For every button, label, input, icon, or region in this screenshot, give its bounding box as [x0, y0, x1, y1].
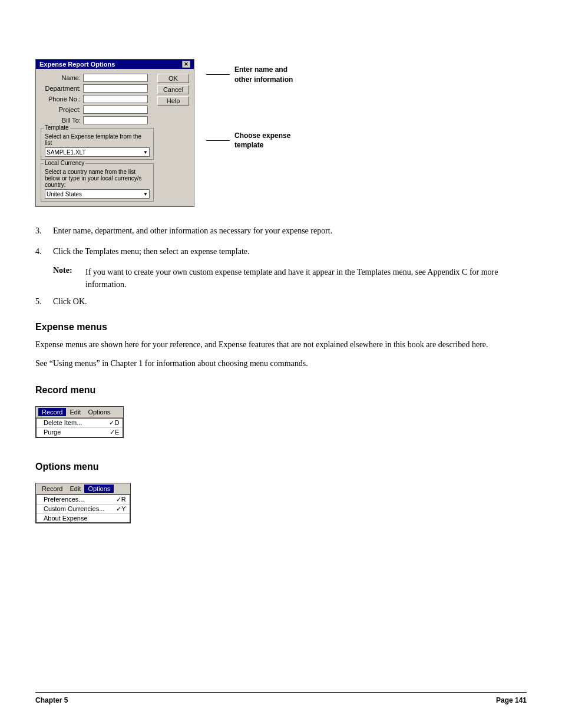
record-menu-bar-edit: Edit [66, 408, 84, 416]
expense-menus-para1: Expense menus are shown here for your re… [35, 338, 527, 351]
record-menu-bar: Record Edit Options [36, 407, 123, 418]
annotation-choose-template: Choose expense template [206, 131, 293, 151]
record-menu-heading: Record menu [35, 385, 527, 396]
currency-description: Select a country name from the list belo… [45, 169, 150, 188]
step-4: 4. Click the Templates menu; then select… [35, 245, 527, 258]
dialog-close-button[interactable]: ✕ [182, 61, 190, 68]
dialog-left-panel: Name: Department: Phone No.: Project: [41, 74, 154, 202]
step-5-text: Click OK. [53, 295, 527, 308]
options-menu-screenshot: Record Edit Options Preferences... ✓R Cu… [35, 483, 131, 523]
record-menu-purge-item[interactable]: Purge ✓E [37, 428, 123, 437]
name-input[interactable] [83, 74, 148, 82]
annotation-choose-template-line: Choose expense template [206, 131, 293, 151]
numbered-list: 3. Enter name, department, and other inf… [35, 225, 527, 308]
expense-report-dialog: Expense Report Options ✕ Name: Departmen… [35, 59, 194, 207]
dialog-section: Expense Report Options ✕ Name: Departmen… [35, 59, 527, 207]
options-menu-bar-record: Record [38, 485, 66, 493]
options-menu-currencies-label: Custom Currencies... [44, 505, 104, 513]
connector-line-1 [206, 74, 230, 75]
options-menu-about-item[interactable]: About Expense [37, 514, 130, 522]
record-menu-dropdown: Delete Item... ✓D Purge ✓E [36, 418, 123, 437]
options-menu-heading: Options menu [35, 462, 527, 472]
step-4-num: 4. [35, 245, 53, 258]
step-5-num: 5. [35, 295, 53, 308]
step-4-text: Click the Templates menu; then select an… [53, 245, 527, 258]
currency-section: Local Currency Select a country name fro… [41, 163, 154, 202]
options-menu-bar: Record Edit Options [36, 483, 130, 495]
annotation-enter-name-text: Enter name and other information [234, 65, 293, 85]
record-menu-screenshot: Record Edit Options Delete Item... ✓D Pu… [35, 406, 124, 438]
expense-menus-para2: See “Using menus” in Chapter 1 for infor… [35, 357, 527, 370]
connector-line-2 [206, 140, 230, 141]
options-menu-bar-options: Options [84, 485, 114, 493]
currency-dropdown-arrow-icon: ▼ [143, 192, 148, 197]
currency-selected-value: United States [47, 191, 82, 197]
project-label: Project: [41, 106, 83, 113]
expense-menus-heading: Expense menus [35, 322, 527, 332]
options-menu-currencies-item[interactable]: Custom Currencies... ✓Y [37, 505, 130, 514]
record-menu-delete-shortcut: ✓D [109, 419, 119, 427]
cancel-button[interactable]: Cancel [157, 85, 189, 94]
department-label: Department: [41, 85, 83, 92]
ok-button[interactable]: OK [157, 74, 189, 83]
note-block: Note: If you want to create your own cus… [53, 266, 527, 291]
record-menu-bar-options: Options [84, 408, 114, 416]
dialog-button-panel: OK Cancel Help [157, 74, 189, 202]
dialog-title: Expense Report Options [39, 61, 115, 68]
options-menu-bar-space [114, 485, 127, 493]
project-input[interactable] [83, 106, 148, 114]
project-field-row: Project: [41, 106, 154, 114]
annotation-line-2a: Choose expense [234, 131, 290, 141]
billto-input[interactable] [83, 116, 148, 124]
phone-input[interactable] [83, 95, 148, 103]
billto-field-row: Bill To: [41, 116, 154, 124]
name-label: Name: [41, 74, 83, 81]
department-input[interactable] [83, 84, 148, 93]
currency-select[interactable]: United States ▼ [45, 189, 150, 199]
dialog-titlebar: Expense Report Options ✕ [36, 60, 194, 69]
annotation-enter-name: Enter name and other information [206, 65, 293, 85]
record-menu-purge-shortcut: ✓E [110, 429, 119, 436]
options-menu-prefs-shortcut: ✓R [116, 496, 126, 503]
template-select[interactable]: SAMPLE1.XLT ▼ [45, 147, 150, 157]
annotation-enter-name-line: Enter name and other information [206, 65, 293, 85]
options-menu-dropdown: Preferences... ✓R Custom Currencies... ✓… [36, 495, 130, 523]
annotation-line-1a: Enter name and [234, 65, 293, 75]
template-description: Select an Expense template from the list [45, 133, 150, 146]
template-selected-value: SAMPLE1.XLT [47, 149, 86, 156]
record-menu-delete-label: Delete Item... [44, 419, 82, 427]
note-label: Note: [53, 266, 85, 291]
annotation-line-1b: other information [234, 75, 293, 85]
footer-right: Page 141 [496, 696, 527, 704]
template-section: Template Select an Expense template from… [41, 128, 154, 160]
options-menu-currencies-shortcut: ✓Y [116, 505, 125, 513]
step-5: 5. Click OK. [35, 295, 527, 308]
department-field-row: Department: [41, 84, 154, 93]
footer-left: Chapter 5 [35, 696, 68, 704]
options-menu-about-label: About Expense [44, 515, 88, 522]
annotation-choose-template-text: Choose expense template [234, 131, 290, 151]
step-3-text: Enter name, department, and other inform… [53, 225, 527, 237]
record-menu-bar-space [114, 408, 121, 416]
options-menu-prefs-item[interactable]: Preferences... ✓R [37, 495, 130, 505]
record-menu-purge-label: Purge [44, 429, 61, 436]
billto-label: Bill To: [41, 117, 83, 124]
name-field-row: Name: [41, 74, 154, 82]
currency-legend: Local Currency [44, 160, 85, 166]
annotations-area: Enter name and other information Choose … [206, 59, 293, 150]
phone-field-row: Phone No.: [41, 95, 154, 103]
options-menu-bar-edit: Edit [66, 485, 84, 493]
record-menu-bar-record: Record [38, 408, 66, 416]
step-3: 3. Enter name, department, and other inf… [35, 225, 527, 237]
step-3-num: 3. [35, 225, 53, 237]
page: Expense Report Options ✕ Name: Departmen… [0, 0, 562, 728]
help-button[interactable]: Help [157, 96, 189, 106]
record-menu-delete-item[interactable]: Delete Item... ✓D [37, 419, 123, 428]
dialog-content: Name: Department: Phone No.: Project: [36, 69, 194, 206]
phone-label: Phone No.: [41, 95, 83, 103]
note-text: If you want to create your own custom ex… [85, 266, 527, 291]
annotation-line-2b: template [234, 140, 290, 150]
template-legend: Template [44, 124, 70, 131]
dropdown-arrow-icon: ▼ [143, 150, 148, 155]
options-menu-prefs-label: Preferences... [44, 496, 84, 503]
